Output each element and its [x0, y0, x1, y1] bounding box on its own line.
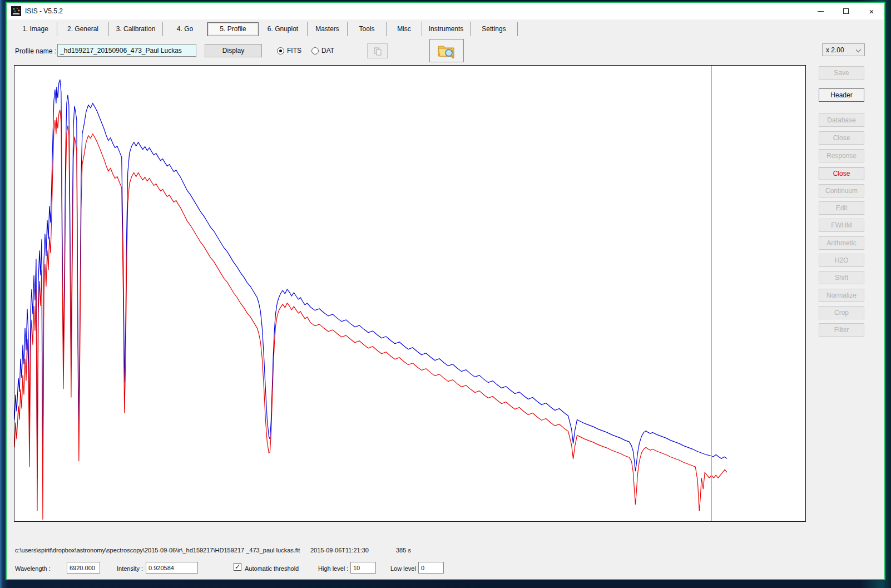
- normalize-button: Normalize: [819, 289, 864, 302]
- spectrum-red-curve: [14, 110, 727, 520]
- tab-3-calibration[interactable]: 3. Calibration: [109, 22, 163, 36]
- tab-instruments[interactable]: Instruments: [422, 22, 471, 36]
- tab-6-gnuplot[interactable]: 6. Gnuplot: [259, 22, 308, 36]
- wavelength-label: Wavelength :: [15, 565, 51, 572]
- fits-radio-label: FITS: [287, 47, 301, 55]
- close-icon: ×: [869, 7, 874, 16]
- minimize-icon: [818, 11, 824, 12]
- minimize-button[interactable]: [808, 3, 833, 19]
- tab-bar: 1. Image2. General3. Calibration4. Go5. …: [14, 21, 518, 37]
- tab-4-go[interactable]: 4. Go: [163, 22, 207, 36]
- h2o-button: H2O: [819, 254, 864, 267]
- close-button[interactable]: ×: [859, 3, 884, 19]
- automatic-threshold-label: Automatic threshold: [245, 565, 299, 572]
- intensity-label: Intensity :: [117, 565, 143, 572]
- tab-5-profile[interactable]: 5. Profile: [207, 22, 259, 36]
- dat-radio-label: DAT: [321, 47, 334, 55]
- profile-name-label: Profile name :: [15, 47, 56, 55]
- header-button[interactable]: Header: [819, 88, 864, 102]
- title-bar: ISIS - V5.5.2 ×: [7, 3, 884, 19]
- display-button[interactable]: Display: [205, 44, 262, 57]
- fwhm-button: FWHM: [819, 219, 864, 232]
- shift-button: Shift: [819, 271, 864, 284]
- dat-radio[interactable]: [311, 47, 319, 55]
- app-window: ISIS - V5.5.2 × 1. Image2. General3. Cal…: [6, 2, 885, 580]
- zoom-factor-select[interactable]: x 2.00: [822, 43, 865, 56]
- desktop: { "window": { "title": "ISIS - V5.5.2" }…: [0, 0, 891, 588]
- close-button-active[interactable]: Close: [819, 167, 864, 180]
- edit-button: Edit: [819, 201, 864, 215]
- arithmetic-button: Arithmetic: [819, 236, 864, 250]
- maximize-button[interactable]: [833, 3, 859, 19]
- low-level-field[interactable]: [418, 562, 444, 574]
- filter-button: Filter: [819, 323, 864, 337]
- wavelength-value-field[interactable]: [67, 562, 100, 574]
- high-level-field[interactable]: [350, 562, 376, 574]
- spectrum-blue-curve: [14, 80, 727, 481]
- copy-profile-button[interactable]: [367, 43, 388, 58]
- response-button: Response: [819, 149, 864, 162]
- browse-profile-button[interactable]: [429, 39, 464, 62]
- app-icon: [11, 6, 21, 16]
- tab-tools[interactable]: Tools: [348, 22, 387, 36]
- spectrum-plot[interactable]: [14, 65, 806, 522]
- folder-search-icon: [437, 43, 456, 58]
- save-button: Save: [819, 66, 864, 80]
- maximize-icon: [843, 8, 849, 14]
- tab-settings[interactable]: Settings: [471, 22, 518, 36]
- fits-radio[interactable]: [277, 47, 284, 55]
- exposure-time: 385 s: [396, 547, 411, 554]
- tab-masters[interactable]: Masters: [308, 22, 348, 36]
- tab-1-image[interactable]: 1. Image: [14, 22, 57, 36]
- observation-datetime: 2015-09-06T11:21:30: [310, 547, 369, 554]
- crop-button: Crop: [819, 306, 864, 319]
- close-button: Close: [819, 131, 864, 145]
- tab-misc[interactable]: Misc: [387, 22, 422, 36]
- continuum-button: Continuum: [819, 184, 864, 197]
- zoom-factor-value: x 2.00: [826, 46, 844, 54]
- tab-2-general[interactable]: 2. General: [57, 22, 109, 36]
- file-path-text: c:\users\spirit\dropbox\astronomy\spectr…: [15, 547, 300, 554]
- format-radio-group: FITS DAT: [277, 47, 334, 55]
- high-level-label: High level :: [318, 565, 348, 572]
- automatic-threshold-checkbox[interactable]: ✓: [234, 563, 241, 571]
- intensity-value-field[interactable]: [146, 562, 198, 574]
- copy-icon: [373, 47, 382, 56]
- database-button: Database: [819, 113, 864, 127]
- low-level-label: Low level :: [390, 565, 419, 572]
- chevron-down-icon: [856, 47, 861, 52]
- window-title: ISIS - V5.5.2: [25, 7, 63, 15]
- profile-name-input[interactable]: [57, 44, 196, 57]
